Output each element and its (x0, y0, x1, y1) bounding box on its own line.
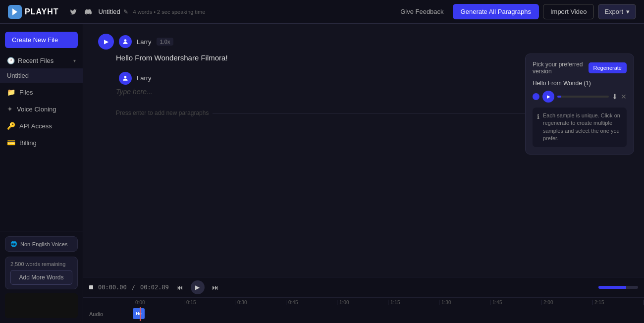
words-remaining-text: 2,500 words remaining (10, 261, 72, 267)
sample-close-button[interactable]: ✕ (621, 93, 627, 101)
ruler-mark-5: 1:15 (388, 300, 439, 305)
track-label: Audio (83, 311, 133, 317)
recent-files-label: Recent Files (18, 57, 73, 64)
paragraph-play-button-1[interactable]: ▶ (98, 34, 114, 50)
sidebar-item-voice-cloning[interactable]: ✦ Voice Cloning (0, 101, 83, 117)
logo-area: PLAYHT (8, 5, 59, 19)
timeline-separator: / (132, 284, 135, 291)
sample-progress-bar[interactable] (557, 96, 609, 98)
main-layout: Create New File 🕐 Recent Files ▾ Untitle… (0, 24, 644, 323)
paragraph-header-1: ▶ Larry 1.0x (98, 34, 629, 50)
sidebar-item-billing[interactable]: 💳 Billing (0, 134, 83, 151)
sidebar: Create New File 🕐 Recent Files ▾ Untitle… (0, 24, 83, 323)
sample-player: ▶ ⬇ ✕ (533, 91, 627, 103)
svg-marker-0 (12, 8, 17, 15)
file-meta: 4 words • 2 sec speaking time (133, 9, 206, 15)
give-feedback-button[interactable]: Give Feedback (395, 5, 448, 18)
sidebar-file-untitled[interactable]: Untitled (0, 68, 83, 83)
sidebar-item-files[interactable]: 📁 Files (0, 84, 83, 101)
hint-text: Press enter to add new paragraphs (116, 109, 209, 116)
sidebar-item-api-access[interactable]: 🔑 API Access (0, 117, 83, 134)
speed-badge-1[interactable]: 1.0x (157, 38, 174, 46)
export-label: Export (604, 8, 623, 15)
discord-icon[interactable] (83, 6, 94, 17)
timeline-skip-back-button[interactable]: ⏮ (174, 281, 186, 293)
voice-avatar-2 (119, 72, 132, 85)
popup-panel: Pick your preferred version Regenerate H… (525, 54, 634, 155)
voice-avatar-1 (119, 35, 132, 48)
editor-area: ▶ Larry 1.0x Hello From Wondershare Film… (83, 24, 644, 277)
popup-header: Pick your preferred version Regenerate (533, 61, 627, 75)
sample-label: Hello From Wonde (1) (533, 80, 627, 87)
timeline-total-time: 00:02.89 (140, 284, 169, 291)
sidebar-top: Create New File 🕐 Recent Files ▾ Untitle… (0, 24, 83, 231)
generate-all-button[interactable]: Generate All Paragraphs (453, 4, 539, 19)
content-area: ▶ Larry 1.0x Hello From Wondershare Film… (83, 24, 644, 323)
social-icons (68, 6, 94, 17)
sample-radio[interactable] (533, 93, 539, 100)
ruler-mark-1: 0:15 (184, 300, 235, 305)
info-icon: ℹ (537, 112, 539, 143)
billing-icon: 💳 (7, 139, 15, 147)
add-more-words-button[interactable]: Add More Words (10, 270, 72, 285)
sidebar-bottom: 🌐 Non-English Voices 2,500 words remaini… (0, 231, 83, 323)
voice-cloning-icon: ✦ (7, 105, 13, 113)
edit-icon[interactable]: ✎ (123, 8, 128, 15)
export-button[interactable]: Export ▾ (598, 4, 636, 19)
timeline-ruler: 0:00 0:15 0:30 0:45 1:00 1:15 1:30 1:45 … (83, 298, 644, 305)
ruler-mark-9: 2:15 (592, 300, 643, 305)
import-video-button[interactable]: Import Video (543, 4, 594, 19)
ruler-mark-3: 0:45 (286, 300, 337, 305)
sidebar-api-label: API Access (19, 122, 52, 130)
ruler-mark-7: 1:45 (490, 300, 541, 305)
timeline-skip-forward-button[interactable]: ⏭ (210, 281, 221, 293)
ruler-mark-8: 2:00 (541, 300, 592, 305)
logo-icon (8, 5, 22, 19)
info-text: Each sample is unique. Click on regenera… (543, 112, 622, 143)
chevron-down-icon: ▾ (73, 58, 76, 63)
twitter-icon[interactable] (68, 6, 79, 17)
timeline-play-button[interactable]: ▶ (191, 280, 205, 294)
svg-point-1 (124, 39, 127, 42)
non-english-label: Non-English Voices (20, 241, 67, 247)
voice-name-1[interactable]: Larry (137, 38, 152, 46)
voice-name-2[interactable]: Larry (137, 74, 152, 82)
file-title[interactable]: Untitled (99, 8, 120, 15)
svg-point-2 (124, 76, 127, 78)
ruler-mark-4: 1:00 (337, 300, 388, 305)
playhead-line (140, 307, 141, 321)
file-title-area: Untitled ✎ 4 words • 2 sec speaking time (99, 8, 206, 15)
timeline-track-area: Audio He (83, 305, 644, 323)
folder-icon: 📁 (7, 88, 15, 96)
top-header: PLAYHT Untitled ✎ 4 words • 2 sec speaki… (0, 0, 644, 24)
chevron-down-icon: ▾ (626, 8, 630, 15)
sample-play-button[interactable]: ▶ (542, 91, 554, 103)
timeline-volume-bar (598, 286, 638, 289)
header-right: Give Feedback Generate All Paragraphs Im… (395, 4, 636, 19)
volume-fill[interactable] (598, 286, 638, 289)
track-content[interactable]: He (133, 307, 644, 321)
non-english-voices-banner[interactable]: 🌐 Non-English Voices (5, 236, 78, 252)
sample-download-icon[interactable]: ⬇ (612, 93, 618, 101)
timeline-stop-button[interactable] (89, 285, 93, 289)
sidebar-extra-area (5, 293, 78, 318)
popup-title: Pick your preferred version (533, 61, 589, 75)
clock-icon: 🕐 (7, 57, 15, 64)
sidebar-section-recent: 🕐 Recent Files ▾ Untitled (0, 52, 83, 84)
header-left: PLAYHT Untitled ✎ 4 words • 2 sec speaki… (8, 5, 205, 19)
regenerate-button[interactable]: Regenerate (589, 62, 627, 73)
recent-files-toggle[interactable]: 🕐 Recent Files ▾ (0, 53, 83, 68)
api-icon: 🔑 (7, 122, 15, 130)
sidebar-files-label: Files (19, 89, 33, 96)
ruler-mark-0: 0:00 (133, 300, 184, 305)
ruler-mark-6: 1:30 (439, 300, 490, 305)
ruler-mark-2: 0:30 (235, 300, 286, 305)
logo-text: PLAYHT (25, 7, 59, 16)
sidebar-voice-cloning-label: Voice Cloning (17, 106, 56, 113)
timeline-area: 00:00.00 / 00:02.89 ⏮ ▶ ⏭ 0:00 0:15 0:30… (83, 277, 644, 323)
track-block[interactable]: He (133, 308, 145, 319)
globe-icon: 🌐 (10, 241, 17, 247)
sample-progress-fill (557, 96, 561, 98)
timeline-current-time: 00:00.00 (98, 284, 127, 291)
create-new-file-button[interactable]: Create New File (5, 32, 78, 48)
